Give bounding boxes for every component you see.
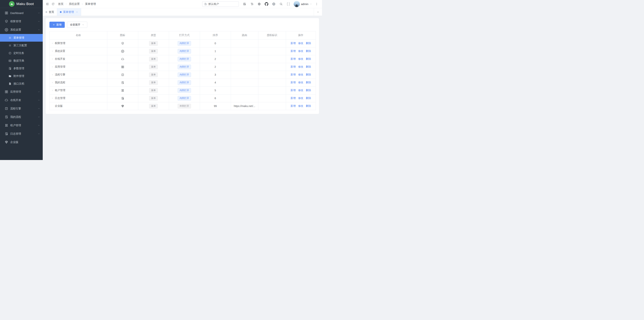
more-vertical-icon[interactable] [314, 2, 320, 7]
row-op-add[interactable]: 新增 [290, 104, 296, 108]
sidebar-item-dashboard[interactable]: Dashboard [0, 9, 43, 17]
type-badge: 菜单 [149, 80, 158, 85]
row-op-edit[interactable]: 修改 [298, 97, 303, 100]
sidebar-item-log-manage[interactable]: 日志管理 [0, 130, 43, 138]
cell-sort: 3 [200, 71, 231, 79]
row-op-add[interactable]: 新增 [290, 89, 296, 92]
row-op-add[interactable]: 新增 [290, 73, 296, 76]
sidebar-item-app-manage[interactable]: 应用管理 [0, 88, 43, 96]
cell-auth [258, 39, 286, 47]
sidebar-item-label: 应用管理 [10, 90, 38, 94]
row-op-delete[interactable]: 删除 [306, 97, 311, 100]
font-size-icon[interactable] [249, 2, 255, 7]
expand-row-icon[interactable] [51, 50, 54, 52]
sidebar-item-scheduled-tasks[interactable]: 定时任务 [0, 49, 43, 57]
row-name: 日志管理 [55, 97, 65, 100]
row-op-delete[interactable]: 删除 [306, 42, 311, 45]
row-op-add[interactable]: 新增 [290, 97, 296, 100]
row-op-edit[interactable]: 修改 [298, 65, 303, 69]
sidebar-item-enterprise[interactable]: 企业版 [0, 138, 43, 146]
translate-icon[interactable] [242, 2, 248, 7]
sidebar-item-parameter-manage[interactable]: 参数管理 [0, 65, 43, 72]
expand-row-icon[interactable] [51, 74, 54, 76]
cell-name: 企业版 [50, 102, 107, 110]
row-op-delete[interactable]: 删除 [306, 104, 311, 108]
collapse-sidebar-icon[interactable] [44, 2, 50, 7]
expand-row-icon[interactable] [51, 89, 54, 92]
sidebar-submenu-system-settings: 菜单管理第三方配置定时任务数据字典参数管理附件管理接口文档 [0, 34, 43, 88]
row-op-edit[interactable]: 修改 [298, 104, 303, 108]
row-op-edit[interactable]: 修改 [298, 50, 303, 53]
brand-name: Maku Boot [16, 2, 34, 6]
globe-icon[interactable] [256, 2, 262, 7]
tenant-frame-icon [121, 89, 124, 92]
sidebar-item-flow-engine[interactable]: 流程引擎 [0, 104, 43, 113]
row-name: 在线开发 [55, 57, 65, 61]
github-icon[interactable] [264, 2, 270, 7]
row-op-delete[interactable]: 删除 [306, 50, 311, 53]
column-header-icon: 图标 [107, 31, 138, 39]
type-badge: 菜单 [149, 88, 158, 93]
tab-home[interactable]: 首页 [43, 8, 57, 16]
sidebar-item-data-dictionary[interactable]: 数据字典 [0, 57, 43, 65]
cell-open-mode: 内部打开 [169, 63, 200, 71]
row-op-delete[interactable]: 删除 [306, 57, 311, 61]
row-op-delete[interactable]: 删除 [306, 65, 311, 69]
tab-menu-manage[interactable]: 菜单管理 [57, 8, 81, 16]
row-op-edit[interactable]: 修改 [298, 73, 303, 76]
cell-ops: 新增修改删除 [286, 102, 316, 110]
row-op-edit[interactable]: 修改 [298, 89, 303, 92]
row-op-delete[interactable]: 删除 [306, 73, 311, 76]
add-button[interactable]: 新增 [50, 22, 65, 28]
sidebar-item-tenant-manage[interactable]: 租户管理 [0, 121, 43, 130]
sidebar-item-attachment-manage[interactable]: 附件管理 [0, 72, 43, 80]
expand-row-icon[interactable] [51, 58, 54, 60]
sidebar-item-system-settings[interactable]: 系统设置 [0, 26, 43, 34]
sidebar-item-api-docs[interactable]: 接口文档 [0, 80, 43, 88]
breadcrumb-item: 菜单管理 [85, 2, 96, 6]
table-body: 权限管理菜单内部打开0新增修改删除系统设置菜单内部打开1新增修改删除在线开发菜单… [50, 39, 316, 110]
row-op-add[interactable]: 新增 [290, 81, 296, 84]
tab-overflow-button[interactable] [314, 8, 322, 16]
sidebar-item-my-flow[interactable]: 我的流程 [0, 113, 43, 121]
expand-all-button[interactable]: 全部展开 [67, 22, 87, 28]
avatar [294, 1, 300, 7]
row-op-add[interactable]: 新增 [290, 65, 296, 69]
expand-row-icon[interactable] [51, 97, 54, 99]
sidebar-item-menu-manage[interactable]: 菜单管理 [0, 34, 43, 42]
sidebar-item-online-dev[interactable]: 在线开发 [0, 96, 43, 104]
expand-row-icon[interactable] [51, 66, 54, 68]
column-header-auth: 授权标识 [258, 31, 286, 39]
cell-icon [107, 63, 138, 71]
column-header-name: 名称 [50, 31, 107, 39]
sidebar-item-permission[interactable]: 权限管理 [0, 17, 43, 26]
row-op-delete[interactable]: 删除 [306, 81, 311, 84]
expand-row-icon[interactable] [51, 42, 54, 45]
sidebar-item-third-party-config[interactable]: 第三方配置 [0, 42, 43, 49]
row-op-edit[interactable]: 修改 [298, 42, 303, 45]
expand-row-icon[interactable] [51, 81, 54, 84]
gitee-icon[interactable] [271, 2, 277, 7]
cell-sort: 5 [200, 86, 231, 94]
cell-auth [258, 71, 286, 79]
row-op-add[interactable]: 新增 [290, 57, 296, 61]
breadcrumb-item[interactable]: 系统设置 [69, 2, 80, 6]
row-op-delete[interactable]: 删除 [306, 89, 311, 92]
sidebar-item-label: 数据字典 [14, 59, 40, 63]
search-icon[interactable] [278, 2, 284, 7]
toolbar: 新增 全部展开 [50, 22, 316, 28]
shield-check-icon [121, 42, 124, 45]
row-op-add[interactable]: 新增 [290, 50, 296, 53]
tenant-select[interactable]: 默认租户 [202, 1, 239, 7]
refresh-icon[interactable] [50, 2, 56, 7]
breadcrumb-item[interactable]: 首页 [58, 2, 64, 6]
close-icon[interactable] [76, 11, 78, 13]
row-op-add[interactable]: 新增 [290, 42, 296, 45]
row-op-edit[interactable]: 修改 [298, 81, 303, 84]
user-menu[interactable]: admin [294, 1, 312, 7]
cell-type: 菜单 [138, 63, 169, 71]
cell-open-mode: 内部打开 [169, 86, 200, 94]
fullscreen-icon[interactable] [286, 2, 291, 7]
row-name: 我的流程 [55, 81, 65, 84]
row-op-edit[interactable]: 修改 [298, 57, 303, 61]
